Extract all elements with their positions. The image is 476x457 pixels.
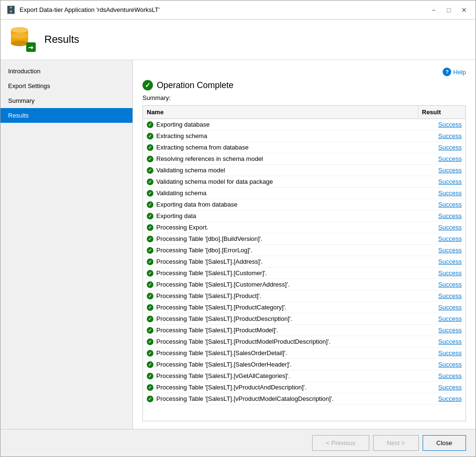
row-name-text: Processing Table '[SalesLT].[CustomerAdd… xyxy=(156,281,290,288)
next-button[interactable]: Next > xyxy=(373,435,419,451)
table-cell-result[interactable]: Success xyxy=(418,336,466,348)
table-cell-result[interactable]: Success xyxy=(418,382,466,393)
row-success-icon: ✓ xyxy=(147,167,153,174)
row-name-text: Processing Table '[SalesLT].[Customer]'. xyxy=(156,269,267,277)
row-name-text: Exporting data from database xyxy=(156,201,238,208)
maximize-button[interactable]: □ xyxy=(443,4,455,16)
result-success-link[interactable]: Success xyxy=(438,212,462,219)
row-name-text: Processing Table '[SalesLT].[ProductMode… xyxy=(156,327,278,334)
table-row: ✓Processing Table '[SalesLT].[ProductDes… xyxy=(143,313,466,325)
help-link[interactable]: ? Help xyxy=(443,68,466,76)
result-success-link[interactable]: Success xyxy=(438,167,462,174)
result-success-link[interactable]: Success xyxy=(438,315,462,322)
sidebar-item-results[interactable]: Results xyxy=(0,108,132,123)
table-cell-name: ✓Processing Table '[SalesLT].[vProductMo… xyxy=(143,393,418,405)
result-success-link[interactable]: Success xyxy=(438,349,462,357)
table-cell-result[interactable]: Success xyxy=(418,302,466,313)
page-title: Results xyxy=(44,33,79,46)
table-cell-name: ✓Processing Table '[SalesLT].[vProductAn… xyxy=(143,382,418,393)
table-cell-result[interactable]: Success xyxy=(418,290,466,302)
previous-button[interactable]: < Previous xyxy=(312,435,369,451)
result-success-link[interactable]: Success xyxy=(438,372,462,379)
window-close-button[interactable]: ✕ xyxy=(458,4,470,16)
table-cell-result[interactable]: Success xyxy=(418,119,466,130)
result-success-link[interactable]: Success xyxy=(438,235,462,242)
table-cell-name: ✓Processing Table '[SalesLT].[vGetAllCat… xyxy=(143,370,418,382)
table-cell-result[interactable]: Success xyxy=(418,176,466,188)
table-cell-result[interactable]: Success xyxy=(418,370,466,382)
close-button[interactable]: Close xyxy=(423,435,466,451)
table-cell-name: ✓Processing Table '[SalesLT].[ProductCat… xyxy=(143,302,418,313)
result-success-link[interactable]: Success xyxy=(438,144,462,151)
table-cell-result[interactable]: Success xyxy=(418,348,466,359)
row-name-text: Exporting data xyxy=(156,212,196,219)
table-row: ✓Processing Table '[dbo].[BuildVersion]'… xyxy=(143,233,466,245)
sidebar-item-export-settings[interactable]: Export Settings xyxy=(0,79,132,93)
table-cell-result[interactable]: Success xyxy=(418,393,466,405)
result-success-link[interactable]: Success xyxy=(438,361,462,368)
row-success-icon: ✓ xyxy=(147,338,153,345)
result-success-link[interactable]: Success xyxy=(438,224,462,231)
result-success-link[interactable]: Success xyxy=(438,327,462,334)
table-cell-name: ✓Processing Table '[dbo].[BuildVersion]'… xyxy=(143,233,418,245)
result-success-link[interactable]: Success xyxy=(438,155,462,162)
result-success-link[interactable]: Success xyxy=(438,304,462,311)
table-cell-result[interactable]: Success xyxy=(418,256,466,268)
table-cell-result[interactable]: Success xyxy=(418,130,466,142)
result-success-link[interactable]: Success xyxy=(438,121,462,128)
row-success-icon: ✓ xyxy=(147,350,153,357)
table-row: ✓Validating schema model for data packag… xyxy=(143,176,466,188)
result-success-link[interactable]: Success xyxy=(438,247,462,254)
table-cell-result[interactable]: Success xyxy=(418,245,466,256)
table-cell-result[interactable]: Success xyxy=(418,153,466,165)
result-success-link[interactable]: Success xyxy=(438,189,462,197)
col-name-header: Name xyxy=(143,106,418,119)
table-cell-result[interactable]: Success xyxy=(418,165,466,176)
result-success-link[interactable]: Success xyxy=(438,395,462,402)
table-cell-result[interactable]: Success xyxy=(418,268,466,279)
table-cell-result[interactable]: Success xyxy=(418,199,466,210)
result-success-link[interactable]: Success xyxy=(438,281,462,288)
row-name-text: Processing Table '[SalesLT].[Address]'. xyxy=(156,258,263,265)
result-success-link[interactable]: Success xyxy=(438,269,462,277)
table-cell-result[interactable]: Success xyxy=(418,279,466,290)
row-success-icon: ✓ xyxy=(147,316,153,322)
row-success-icon: ✓ xyxy=(147,373,153,379)
row-name-text: Validating schema model for data package xyxy=(156,178,273,185)
result-success-link[interactable]: Success xyxy=(438,338,462,345)
result-success-link[interactable]: Success xyxy=(438,132,462,139)
result-success-link[interactable]: Success xyxy=(438,178,462,185)
table-row: ✓Processing Table '[SalesLT].[vProductAn… xyxy=(143,382,466,393)
table-cell-result[interactable]: Success xyxy=(418,313,466,325)
result-success-link[interactable]: Success xyxy=(438,384,462,391)
row-name-text: Processing Table '[SalesLT].[ProductMode… xyxy=(156,338,331,345)
table-row: ✓Processing Export.Success xyxy=(143,222,466,233)
table-row: ✓Resolving references in schema modelSuc… xyxy=(143,153,466,165)
table-cell-result[interactable]: Success xyxy=(418,188,466,199)
row-success-icon: ✓ xyxy=(147,247,153,254)
sidebar-item-summary[interactable]: Summary xyxy=(0,93,132,108)
minimize-button[interactable]: − xyxy=(428,4,439,16)
result-success-link[interactable]: Success xyxy=(438,201,462,208)
row-success-icon: ✓ xyxy=(147,213,153,219)
row-name-text: Processing Table '[SalesLT].[vGetAllCate… xyxy=(156,372,290,379)
table-cell-result[interactable]: Success xyxy=(418,222,466,233)
table-cell-result[interactable]: Success xyxy=(418,233,466,245)
row-name-text: Processing Table '[SalesLT].[ProductDesc… xyxy=(156,315,293,322)
sidebar-item-introduction[interactable]: Introduction xyxy=(0,64,132,79)
table-row: ✓Processing Table '[dbo].[ErrorLog]'.Suc… xyxy=(143,245,466,256)
header-icon xyxy=(10,26,37,53)
help-label: Help xyxy=(453,69,466,76)
table-cell-result[interactable]: Success xyxy=(418,359,466,370)
table-cell-result[interactable]: Success xyxy=(418,142,466,153)
operation-success-icon: ✓ xyxy=(142,80,153,90)
results-table-container[interactable]: Name Result ✓Exporting databaseSuccess✓E… xyxy=(142,105,466,421)
table-cell-result[interactable]: Success xyxy=(418,325,466,336)
row-success-icon: ✓ xyxy=(147,281,153,288)
table-cell-name: ✓Processing Table '[SalesLT].[SalesOrder… xyxy=(143,359,418,370)
result-success-link[interactable]: Success xyxy=(438,258,462,265)
result-success-link[interactable]: Success xyxy=(438,292,462,299)
col-result-header: Result xyxy=(418,106,466,119)
table-cell-result[interactable]: Success xyxy=(418,210,466,222)
table-row: ✓Exporting dataSuccess xyxy=(143,210,466,222)
